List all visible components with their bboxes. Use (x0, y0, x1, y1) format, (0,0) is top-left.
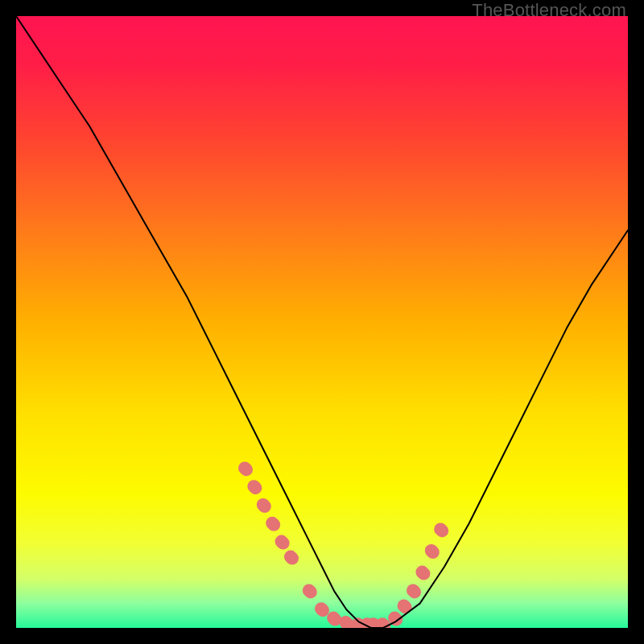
marker-dot (254, 486, 255, 488)
marker-dot (272, 523, 274, 525)
marker-dot (413, 590, 415, 592)
marker-dot (309, 590, 311, 592)
marker-dot (382, 624, 384, 625)
marker-dot (374, 624, 375, 625)
marker-dot (422, 572, 423, 574)
gradient-background (16, 16, 628, 628)
marker-dot (321, 609, 323, 610)
marker-dot (440, 529, 442, 530)
marker-dot (404, 605, 406, 607)
marker-dot (358, 624, 360, 625)
bottleneck-chart (16, 16, 628, 628)
chart-stage: TheBottleneck.com (0, 0, 644, 644)
marker-dot (394, 618, 396, 620)
marker-dot (291, 557, 292, 559)
marker-dot (333, 618, 335, 620)
marker-dot (263, 505, 265, 506)
marker-dot (282, 542, 283, 543)
marker-dot (245, 468, 246, 469)
marker-dot (431, 551, 433, 552)
marker-dot (345, 622, 347, 624)
